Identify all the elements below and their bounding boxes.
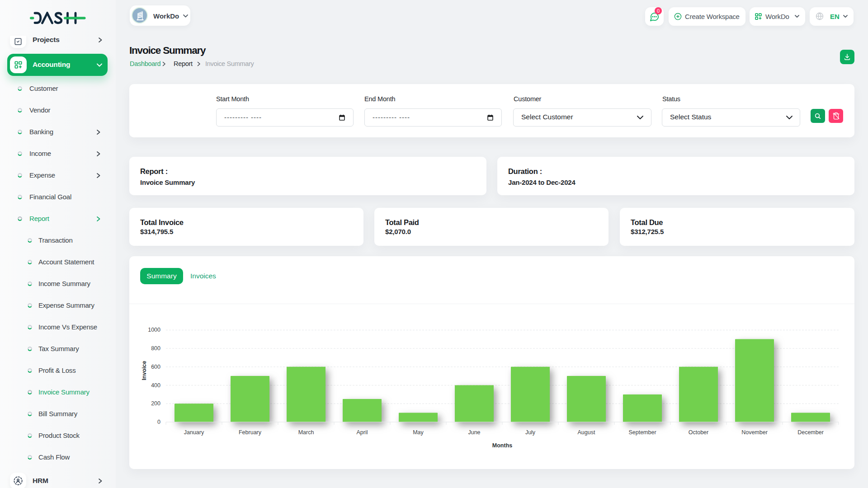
svg-text:Months: Months [492,442,512,449]
svg-text:May: May [413,429,424,436]
svg-text:November: November [741,429,768,436]
svg-text:January: January [184,429,204,436]
svg-text:July: July [525,429,536,436]
svg-text:April: April [356,429,368,436]
svg-text:December: December [797,429,824,436]
svg-text:600: 600 [151,364,160,370]
svg-text:October: October [689,429,708,436]
svg-text:September: September [628,429,656,436]
svg-text:June: June [468,429,480,436]
svg-text:800: 800 [151,345,160,352]
svg-text:Invoice: Invoice [141,361,147,380]
svg-text:August: August [578,429,595,436]
svg-text:1000: 1000 [148,327,160,333]
svg-text:200: 200 [151,400,160,407]
svg-text:400: 400 [151,382,160,389]
svg-text:0: 0 [157,419,160,425]
svg-text:February: February [239,429,262,436]
svg-text:March: March [298,429,314,436]
